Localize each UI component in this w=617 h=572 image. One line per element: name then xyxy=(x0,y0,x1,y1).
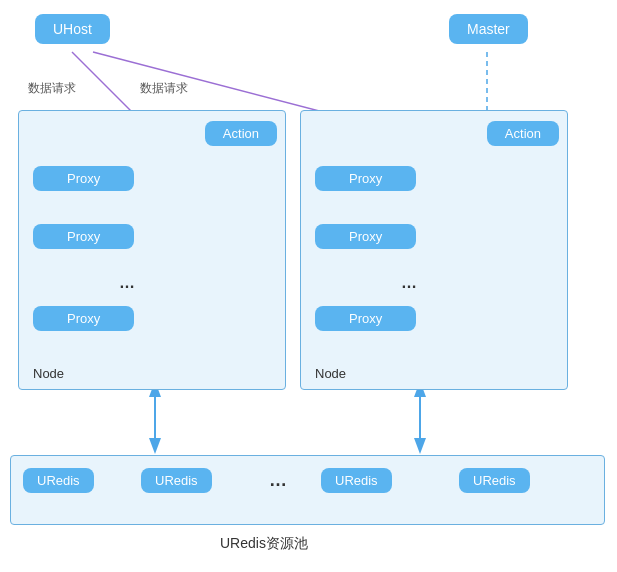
uredis-pool-label: URedis资源池 xyxy=(220,535,308,553)
uhost-node: UHost xyxy=(35,14,110,44)
node1-proxy1: Proxy xyxy=(33,166,134,191)
node2-proxy3: Proxy xyxy=(315,306,416,331)
diagram: UHost Master 数据请求 数据请求 Action Proxy Prox… xyxy=(0,0,617,572)
pool-dots: … xyxy=(269,470,287,491)
node2-proxy1: Proxy xyxy=(315,166,416,191)
node1-proxy2: Proxy xyxy=(33,224,134,249)
node1-box: Action Proxy Proxy … Proxy Node xyxy=(18,110,286,390)
data-request-label-2: 数据请求 xyxy=(140,80,188,97)
uredis3: URedis xyxy=(321,468,392,493)
node2-dots: … xyxy=(401,274,417,292)
uredis4: URedis xyxy=(459,468,530,493)
node1-label: Node xyxy=(33,366,64,381)
node1-proxy3: Proxy xyxy=(33,306,134,331)
uredis-pool-box: URedis URedis … URedis URedis xyxy=(10,455,605,525)
data-request-label-1: 数据请求 xyxy=(28,80,76,97)
node1-dots: … xyxy=(119,274,135,292)
master-node: Master xyxy=(449,14,528,44)
node2-box: Action Proxy Proxy … Proxy Node xyxy=(300,110,568,390)
node1-action: Action xyxy=(205,121,277,146)
uredis1: URedis xyxy=(23,468,94,493)
uredis2: URedis xyxy=(141,468,212,493)
node2-action: Action xyxy=(487,121,559,146)
node2-label: Node xyxy=(315,366,346,381)
node2-proxy2: Proxy xyxy=(315,224,416,249)
